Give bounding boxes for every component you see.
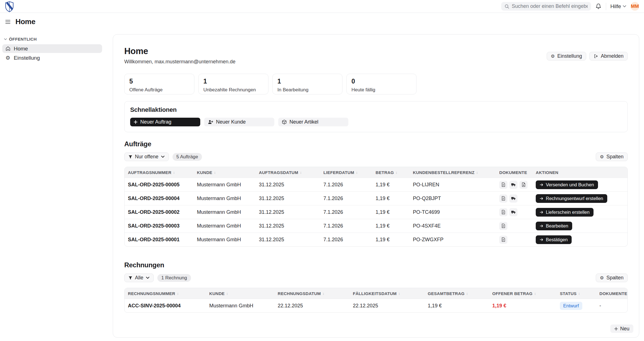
documents-cell [496,236,532,244]
customer-po-reference: PO-LIJREN [410,182,496,188]
logout-button[interactable]: Abmelden [589,52,628,61]
company-logo-shield-icon [5,1,14,12]
order-date: 31.12.2025 [256,223,320,229]
col-kunde[interactable]: KUNDE↕ [206,291,274,296]
col-auftragsnummer[interactable]: AUFTRAGSNUMMER↕ [125,170,194,175]
order-amount: 1,19 € [372,223,410,229]
truck-icon[interactable] [509,208,518,216]
col-rechnungsdatum[interactable]: RECHNUNGSDATUM↕ [274,291,349,296]
invoice-row[interactable]: ACC-SINV-2025-00004 Mustermann GmbH 22.1… [125,299,627,312]
gear-icon: ⚙ [600,155,604,159]
new-order-button[interactable]: Neuer Auftrag [130,118,200,126]
sort-icon: ↕ [300,170,302,175]
pdf-icon[interactable] [519,181,528,189]
sidebar-item-label: Einstellung [14,55,40,61]
arrow-right-icon [540,183,543,186]
arrow-right-icon [540,238,543,241]
actions-cell: Lieferschein erstellen [532,208,627,217]
package-icon [282,120,287,124]
logout-button-label: Abmelden [601,53,624,59]
col-rechnungsnummer[interactable]: RECHNUNGSNUMMER↕ [125,291,206,296]
settings-button[interactable]: ⚙ Einstellung [547,52,586,61]
actions-cell: Versenden und Buchen [532,180,627,189]
document-icon[interactable] [499,222,507,230]
col-gesamtbetrag[interactable]: GESAMTBETRAG↕ [424,291,489,296]
edit-button[interactable]: Bearbeiten [536,222,572,230]
global-search[interactable] [501,2,591,11]
quick-actions-panel: Schnellaktionen Neuer Auftrag Neuer Kund… [124,101,628,132]
col-auftragsdatum[interactable]: AUFTRAGSDATUM↕ [256,170,320,175]
sidebar-item-home[interactable]: Home [2,44,102,53]
sidebar-section-oeffentlich[interactable]: ÖFFENTLICH [2,37,102,44]
help-menu[interactable]: Hilfe [610,3,626,10]
order-customer: Mustermann GmbH [194,237,256,243]
delivery-date: 7.1.2026 [320,237,372,243]
orders-columns-button[interactable]: ⚙ Spalten [596,152,628,161]
new-customer-button[interactable]: Neuer Kunde [204,118,274,126]
search-input[interactable] [512,3,588,9]
chevron-down-icon [146,277,150,279]
new-article-label: Neuer Artikel [289,119,318,125]
order-amount: 1,19 € [372,182,410,188]
invoices-columns-button[interactable]: ⚙ Spalten [596,273,628,282]
stat-label: Heute fällig [351,87,411,93]
order-row[interactable]: SAL-ORD-2025-00004 Mustermann GmbH 31.12… [125,191,627,205]
confirm-button[interactable]: Bestätigen [536,235,572,244]
order-row[interactable]: SAL-ORD-2025-00005 Mustermann GmbH 31.12… [125,178,627,191]
col-dokumente: DOKUMENTE [596,291,627,296]
create-invoice-draft-button[interactable]: Rechnungsentwurf erstellen [536,194,607,203]
document-icon[interactable] [499,236,507,244]
sidebar: ÖFFENTLICH Home ⚙ Einstellung [2,37,102,63]
col-betrag[interactable]: BETRAG↕ [372,170,410,175]
customer-po-reference: PO-4SXF4E [410,223,496,229]
order-row[interactable]: SAL-ORD-2025-00002 Mustermann GmbH 31.12… [125,205,627,219]
new-article-button[interactable]: Neuer Artikel [278,118,348,126]
truck-icon[interactable] [509,194,518,203]
orders-columns-label: Spalten [606,154,624,160]
col-status[interactable]: STATUS↕ [556,291,596,296]
welcome-text: Willkommen, max.mustermann@unternehmen.d… [124,59,235,65]
topbar-divider [606,3,606,10]
truck-icon[interactable] [509,181,518,189]
orders-filter-row: Nur offene 5 Aufträge ⚙ Spalten [124,152,628,161]
col-kunde[interactable]: KUNDE↕ [194,170,256,175]
col-faelligkeitsdatum[interactable]: FÄLLIGKEITSDATUM↕ [349,291,424,296]
invoices-count-badge: 1 Rechnung [157,274,191,282]
order-amount: 1,19 € [372,209,410,215]
stat-label: In Bearbeitung [277,87,337,93]
order-amount: 1,19 € [372,196,410,201]
document-icon[interactable] [499,208,507,216]
col-kundenbestellreferenz[interactable]: KUNDENBESTELLREFERENZ↕ [410,170,496,175]
order-row[interactable]: SAL-ORD-2025-00003 Mustermann GmbH 31.12… [125,219,627,233]
settings-button-label: Einstellung [557,53,582,59]
invoices-filter-dropdown[interactable]: Alle [124,273,154,282]
sort-icon: ↕ [177,291,179,296]
order-date: 31.12.2025 [256,209,320,215]
status-badge: Entwurf [560,302,582,310]
document-icon[interactable] [499,194,507,203]
ship-and-book-button[interactable]: Versenden und Buchen [536,180,598,189]
orders-filter-dropdown[interactable]: Nur offene [124,152,169,161]
col-lieferdatum[interactable]: LIEFERDATUM↕ [320,170,372,175]
sidebar-toggle-hamburger-icon[interactable] [5,19,11,24]
orders-section-title: Aufträge [124,140,628,148]
delivery-date: 7.1.2026 [320,196,372,201]
delivery-date: 7.1.2026 [320,223,372,229]
documents-cell: - [596,303,627,309]
col-offener-betrag[interactable]: OFFENER BETRAG↕ [489,291,556,296]
notifications-bell-icon[interactable] [595,3,602,10]
document-icon[interactable] [499,181,507,189]
status-cell: Entwurf [556,302,596,310]
stat-card-in-bearbeitung: 1 In Bearbeitung [272,74,342,94]
sort-icon: ↕ [214,170,216,175]
gear-icon: ⚙ [600,276,604,280]
order-row[interactable]: SAL-ORD-2025-00001 Mustermann GmbH 31.12… [125,233,627,246]
create-delivery-note-button[interactable]: Lieferschein erstellen [536,208,594,217]
orders-table-header: AUFTRAGSNUMMER↕ KUNDE↕ AUFTRAGSDATUM↕ LI… [125,167,627,178]
total-amount: 1,19 € [424,303,489,309]
sidebar-item-einstellung[interactable]: ⚙ Einstellung [2,54,102,62]
customer-po-reference: PO-TC4699 [410,209,496,215]
new-button[interactable]: Neu [610,324,633,333]
delivery-date: 7.1.2026 [320,209,372,215]
user-avatar[interactable]: MM [631,2,639,11]
